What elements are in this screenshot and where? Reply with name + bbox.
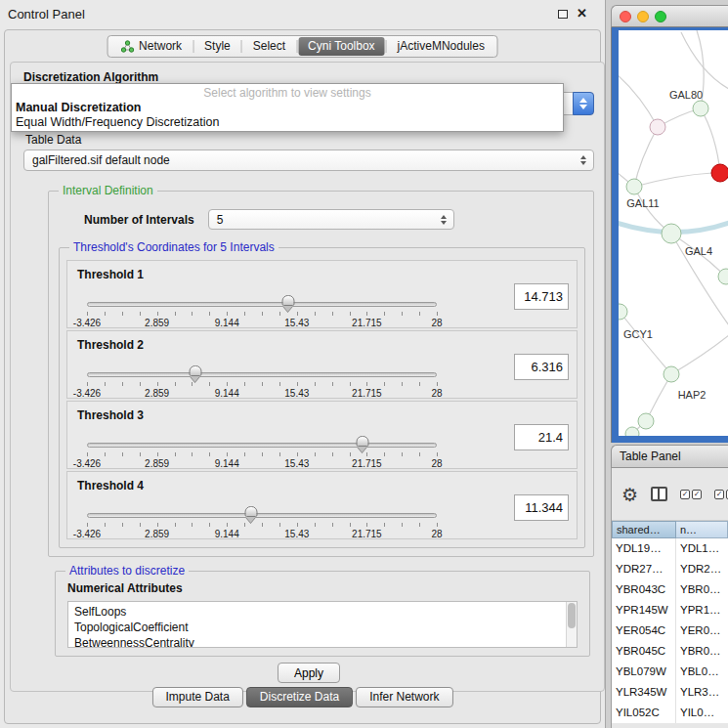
numerical-attributes-list[interactable]: SelfLoops TopologicalCoefficient Between… xyxy=(67,601,578,648)
tab-infer-network[interactable]: Infer Network xyxy=(356,687,452,707)
table-cell[interactable]: YER054C xyxy=(612,621,676,641)
threshold-value-input[interactable] xyxy=(514,283,569,310)
column-header-name[interactable]: n… xyxy=(676,521,728,538)
gear-icon[interactable]: ⚙ xyxy=(621,485,638,504)
table-cell[interactable]: YIL052C xyxy=(612,703,676,723)
tab-style[interactable]: Style xyxy=(194,37,240,56)
table-row[interactable]: YBR045CYBR0… xyxy=(612,641,728,662)
table-cell[interactable]: YBR0… xyxy=(676,579,728,600)
zoom-button[interactable] xyxy=(655,11,666,22)
slider-thumb[interactable] xyxy=(357,436,369,447)
close-window-icon[interactable]: ✕ xyxy=(577,8,587,20)
table-row[interactable]: YLR345WYLR3… xyxy=(612,682,728,703)
table-cell[interactable]: YBR045C xyxy=(612,641,676,662)
table-cell[interactable]: YBR043C xyxy=(612,579,676,600)
tab-jactivemnodules[interactable]: jActiveMNodules xyxy=(388,37,494,56)
network-node[interactable] xyxy=(662,224,681,243)
tab-impute-data[interactable]: Impute Data xyxy=(151,687,242,707)
slider-thumb[interactable] xyxy=(282,295,295,306)
threshold-slider[interactable]: -3.426 2.859 9.144 15.43 21.715 28 xyxy=(77,431,447,468)
network-view-window: GAL80 GAL11 GAL4 GCY1 HAP2 xyxy=(611,5,728,443)
control-panel-titlebar[interactable]: Control Panel ✕ xyxy=(0,0,605,27)
table-panel-window: Table Panel ⚙ ✓ ✓ ✓ ✓ shared… n… YDL19…Y… xyxy=(611,445,728,728)
scrollbar[interactable] xyxy=(566,602,577,647)
slider-track[interactable] xyxy=(87,513,437,518)
table-row[interactable]: YBR043CYBR0… xyxy=(612,579,728,600)
scale-label: 9.144 xyxy=(215,388,239,399)
list-item[interactable]: SelfLoops xyxy=(74,604,563,620)
table-cell[interactable]: YBR0… xyxy=(676,641,728,662)
tab-separator xyxy=(193,40,193,53)
float-window-icon[interactable] xyxy=(558,10,568,19)
tab-network-label: Network xyxy=(139,37,182,56)
popup-option-manual-discretization[interactable]: Manual Discretization xyxy=(12,101,563,115)
network-canvas[interactable]: GAL80 GAL11 GAL4 GCY1 HAP2 xyxy=(619,30,728,436)
numerical-attributes-label: Numerical Attributes xyxy=(67,581,578,596)
columns-icon[interactable] xyxy=(651,487,667,501)
slider-thumb[interactable] xyxy=(245,506,258,517)
scale-label: 9.144 xyxy=(215,458,239,469)
threshold-slider[interactable]: -3.426 2.859 9.144 15.43 21.715 28 xyxy=(77,290,447,327)
tab-discretize-data[interactable]: Discretize Data xyxy=(246,687,353,707)
table-row[interactable]: YIL052CYIL0… xyxy=(612,703,728,723)
tab-network[interactable]: Network xyxy=(110,37,192,56)
close-button[interactable] xyxy=(620,11,631,22)
table-cell[interactable]: YPR145W xyxy=(612,600,676,621)
cyni-toolbox-panel: Discretization Algorithm Table Data galF… xyxy=(10,62,605,692)
list-item[interactable]: BetweennessCentrality xyxy=(74,635,563,648)
network-node[interactable] xyxy=(664,366,679,382)
table-cell[interactable]: YLR345W xyxy=(612,682,676,703)
threshold-slider[interactable]: -3.426 2.859 9.144 15.43 21.715 28 xyxy=(77,361,447,398)
deselect-columns-icon[interactable]: ✓ ✓ xyxy=(714,490,728,499)
network-node[interactable] xyxy=(626,179,642,194)
checkbox-icon: ✓ xyxy=(714,490,724,499)
slider-track[interactable] xyxy=(87,372,437,377)
select-columns-icon[interactable]: ✓ ✓ xyxy=(680,490,702,499)
network-node[interactable] xyxy=(619,304,627,320)
table-cell[interactable]: YDR27… xyxy=(612,559,676,579)
table-row[interactable]: YPR145WYPR1… xyxy=(612,600,728,621)
table-cell[interactable]: YDR2… xyxy=(676,559,728,579)
table-row[interactable]: YDR27…YDR2… xyxy=(612,559,728,579)
dropdown-button-icon[interactable] xyxy=(573,92,594,115)
table-data-dropdown[interactable]: galFiltered.sif default node xyxy=(23,150,594,171)
table-cell[interactable]: YIL0… xyxy=(676,703,728,723)
network-node-selected[interactable] xyxy=(711,164,728,182)
table-cell[interactable]: YDL1… xyxy=(676,538,728,559)
table-row[interactable]: YBL079WYBL0… xyxy=(612,662,728,682)
tab-cyni-toolbox[interactable]: Cyni Toolbox xyxy=(298,37,384,56)
network-window-titlebar[interactable] xyxy=(611,5,728,27)
slider-track[interactable] xyxy=(87,302,437,307)
network-node[interactable] xyxy=(650,119,665,135)
table-row[interactable]: YDL19…YDL1… xyxy=(612,538,728,559)
apply-button[interactable]: Apply xyxy=(278,663,340,683)
scrollbar-thumb[interactable] xyxy=(568,603,576,628)
table-panel-titlebar[interactable]: Table Panel xyxy=(611,445,728,468)
table-row[interactable]: YER054CYER0… xyxy=(612,621,728,641)
threshold-slider[interactable]: -3.426 2.859 9.144 15.43 21.715 28 xyxy=(77,501,447,538)
slider-track[interactable] xyxy=(87,443,437,448)
scale-label: 28 xyxy=(431,388,442,399)
table-cell[interactable]: YDL19… xyxy=(612,538,676,559)
threshold-value-input[interactable] xyxy=(514,424,569,450)
list-item[interactable]: TopologicalCoefficient xyxy=(74,620,563,635)
slider-thumb[interactable] xyxy=(190,365,202,376)
minimize-button[interactable] xyxy=(637,11,649,22)
scale-label: -3.426 xyxy=(73,458,101,469)
threshold-value-input[interactable] xyxy=(514,494,569,521)
tab-select[interactable]: Select xyxy=(243,37,295,56)
number-of-intervals-dropdown[interactable]: 5 xyxy=(208,209,454,230)
popup-option-equal-width[interactable]: Equal Width/Frequency Discretization xyxy=(12,115,563,130)
scale-label: 2.859 xyxy=(145,318,169,328)
column-header-shared-name[interactable]: shared… xyxy=(612,521,676,538)
threshold-value-input[interactable] xyxy=(514,354,569,380)
table-cell[interactable]: YBL0… xyxy=(676,662,728,682)
network-node[interactable] xyxy=(638,413,654,429)
table-cell[interactable]: YLR3… xyxy=(676,682,728,703)
scale-label: 9.144 xyxy=(215,318,239,328)
table-cell[interactable]: YPR1… xyxy=(676,600,728,621)
table-cell[interactable]: YBL079W xyxy=(612,662,676,682)
network-node[interactable] xyxy=(625,427,639,436)
network-node[interactable] xyxy=(693,101,708,116)
table-cell[interactable]: YER0… xyxy=(676,621,728,641)
